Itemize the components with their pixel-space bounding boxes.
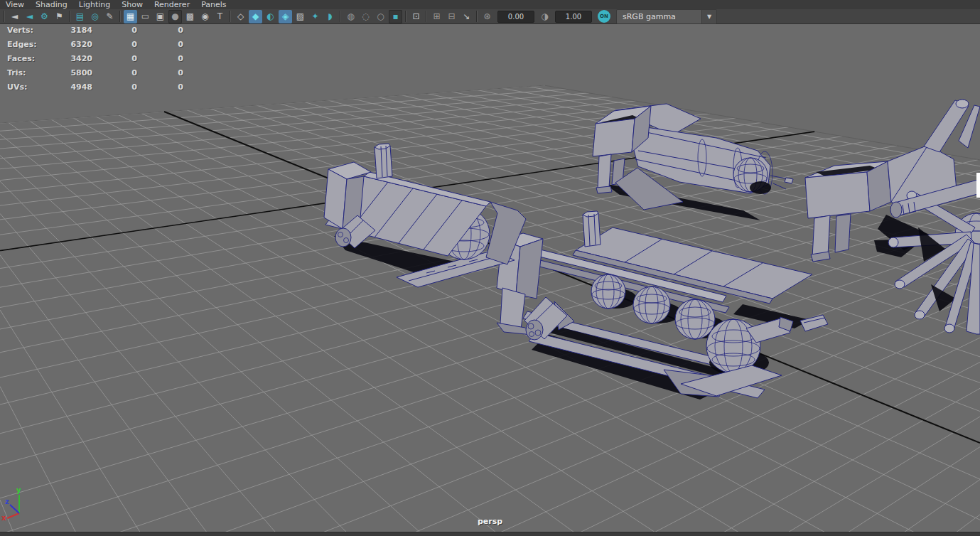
- shadows-icon[interactable]: ◗: [323, 10, 337, 23]
- hud-label: Tris:: [7, 68, 26, 77]
- toolbar-separator: [230, 11, 231, 22]
- hud-value-col3: 0: [134, 82, 183, 92]
- toolbar-separator: [476, 11, 478, 22]
- hud-value-col3: 0: [134, 40, 183, 49]
- viewport-3d[interactable]: y x z Verts:318400Edges:632000Faces:3420…: [0, 24, 980, 532]
- hud-row-faces: Faces:342000: [0, 54, 199, 68]
- hud-value-total: 5800: [43, 68, 92, 77]
- textured-icon[interactable]: ◐: [264, 10, 277, 23]
- grease-pencil-icon[interactable]: ✎: [103, 10, 117, 23]
- pan-zoom-icon[interactable]: ◎: [88, 10, 102, 23]
- hud-value-col2: 0: [87, 40, 137, 49]
- menu-renderer[interactable]: Renderer: [149, 1, 195, 9]
- smooth-shade-icon[interactable]: ◆: [249, 10, 262, 23]
- scene-canvas[interactable]: y x z: [0, 24, 980, 532]
- sphere-1[interactable]: [591, 274, 625, 309]
- hud-value-total: 3184: [43, 26, 92, 35]
- occlusion-icon[interactable]: ◍: [344, 10, 357, 23]
- hud-value-total: 3420: [43, 54, 92, 63]
- hud-label: Faces:: [7, 54, 35, 63]
- hud-value-total: 4948: [43, 82, 92, 92]
- menu-panels[interactable]: Panels: [195, 1, 232, 9]
- heads-up-display: Verts:318400Edges:632000Faces:342000Tris…: [0, 26, 199, 97]
- gizmo-y-label: y: [16, 486, 21, 494]
- xray-icon[interactable]: ⊞: [430, 10, 443, 23]
- hud-value-col3: 0: [134, 54, 183, 63]
- toolbar-separator: [405, 11, 406, 22]
- field-chart-icon[interactable]: ▩: [183, 10, 197, 23]
- snap-pixel-icon[interactable]: ↘: [460, 10, 473, 23]
- hud-value-col3: 0: [134, 26, 183, 35]
- hud-value-col2: 0: [87, 54, 137, 63]
- menu-view[interactable]: View: [0, 1, 30, 9]
- hud-label: Verts:: [7, 26, 33, 35]
- hud-value-col2: 0: [87, 82, 137, 92]
- safe-title-icon[interactable]: T: [213, 10, 227, 23]
- model-rocket[interactable]: [593, 104, 793, 220]
- wireframe-on-shaded-icon[interactable]: ◈: [279, 10, 292, 23]
- chevron-down-icon[interactable]: ▼: [701, 10, 716, 23]
- bottom-strip: [0, 532, 980, 536]
- hud-value-col2: 0: [87, 26, 137, 35]
- isolate-select-icon[interactable]: ⊡: [409, 10, 423, 23]
- toolbar-separator: [4, 11, 5, 22]
- safe-action-icon[interactable]: ◉: [198, 10, 212, 23]
- gate-mask-icon[interactable]: ●: [168, 10, 182, 23]
- panel-menubar: ViewShadingLightingShowRendererPanels: [0, 0, 980, 10]
- exposure-icon[interactable]: ⊛: [480, 10, 494, 23]
- color-management-toggle[interactable]: ON: [598, 10, 610, 23]
- colorspace-dropdown[interactable]: sRGB gamma▼: [616, 9, 717, 24]
- sphere-2[interactable]: [633, 286, 670, 323]
- resolution-gate-icon[interactable]: ▣: [154, 10, 167, 23]
- transparency-icon[interactable]: ▪: [389, 10, 402, 23]
- hud-row-verts: Verts:318400: [0, 26, 199, 40]
- toolbar-separator: [69, 11, 70, 22]
- toolbar-separator: [426, 11, 427, 22]
- gamma-field[interactable]: 1.00: [555, 11, 592, 23]
- hud-label: Edges:: [7, 40, 37, 49]
- wireframe-icon[interactable]: ◇: [234, 10, 247, 23]
- hud-row-tris: Tris:580000: [0, 68, 199, 82]
- bookmark-icon[interactable]: ⚑: [53, 10, 66, 23]
- menu-shading[interactable]: Shading: [30, 1, 73, 9]
- model-right-ship[interactable]: [800, 100, 980, 334]
- image-plane-icon[interactable]: ▤: [73, 10, 87, 23]
- hud-row-uvs: UVs:494800: [0, 82, 199, 97]
- toolbar-separator: [340, 11, 341, 22]
- lock-camera-icon[interactable]: ◄: [23, 10, 36, 23]
- anti-aliasing-icon[interactable]: ○: [374, 10, 387, 23]
- menu-show[interactable]: Show: [116, 1, 149, 9]
- exposure-field[interactable]: 0.00: [497, 11, 534, 23]
- right-edge-panel-sliver: [976, 173, 980, 198]
- select-camera-icon[interactable]: ◄: [8, 10, 21, 23]
- colorspace-value: sRGB gamma: [617, 12, 701, 21]
- film-gate-icon[interactable]: ▭: [139, 10, 152, 23]
- use-default-material-icon[interactable]: ▨: [294, 10, 307, 23]
- hud-value-total: 6320: [43, 40, 92, 49]
- contrast-icon[interactable]: ◑: [538, 10, 551, 23]
- hud-value-col3: 0: [134, 68, 183, 77]
- camera-name-label: persp: [0, 517, 980, 526]
- menu-lighting[interactable]: Lighting: [73, 1, 116, 9]
- ground-grid: [0, 85, 980, 532]
- gizmo-z-label: z: [5, 498, 9, 505]
- sphere-3[interactable]: [675, 299, 715, 339]
- xray-joints-icon[interactable]: ⊟: [445, 10, 458, 23]
- hud-value-col2: 0: [87, 68, 137, 77]
- toolbar-separator: [119, 11, 121, 22]
- grid-icon[interactable]: ▦: [124, 10, 137, 23]
- hud-row-edges: Edges:632000: [0, 40, 199, 54]
- hud-label: UVs:: [7, 82, 27, 92]
- motion-blur-icon[interactable]: ◌: [359, 10, 372, 23]
- lighting-icon[interactable]: ✦: [308, 10, 322, 23]
- viewport-toolbar: ◄◄⚙⚑▤◎✎▦▭▣●▩◉T◇◆◐◈▨✦◗◍◌○▪⊡⊞⊟↘⊛0.00◑1.00O…: [0, 9, 980, 24]
- camera-attributes-icon[interactable]: ⚙: [38, 10, 51, 23]
- maya-viewport-window: ViewShadingLightingShowRendererPanels ◄◄…: [0, 0, 980, 536]
